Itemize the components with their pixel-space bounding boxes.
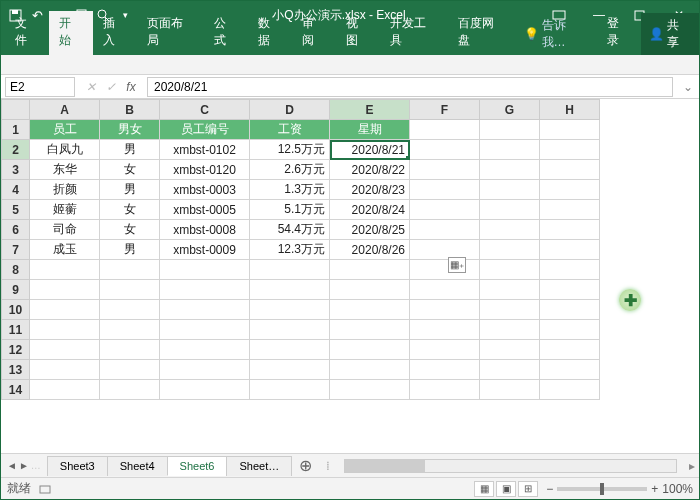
cell[interactable]: 2020/8/26 <box>330 240 410 260</box>
col-header[interactable]: C <box>160 100 250 120</box>
cell[interactable] <box>30 260 100 280</box>
cell[interactable]: 女 <box>100 220 160 240</box>
sheet-tab[interactable]: Sheet4 <box>107 456 168 476</box>
cell[interactable] <box>330 300 410 320</box>
tab-home[interactable]: 开始 <box>49 11 93 55</box>
cell[interactable]: xmbst-0008 <box>160 220 250 240</box>
cell[interactable] <box>100 320 160 340</box>
tab-view[interactable]: 视图 <box>336 11 380 55</box>
row-header[interactable]: 11 <box>2 320 30 340</box>
cell[interactable] <box>100 280 160 300</box>
zoom-in-icon[interactable]: + <box>651 482 658 496</box>
new-sheet-icon[interactable]: ⊕ <box>291 456 320 475</box>
cell[interactable] <box>480 220 540 240</box>
cell[interactable] <box>540 260 600 280</box>
cell[interactable] <box>160 280 250 300</box>
cell[interactable] <box>480 120 540 140</box>
cell[interactable]: xmbst-0003 <box>160 180 250 200</box>
cell[interactable]: 司命 <box>30 220 100 240</box>
cell[interactable] <box>250 260 330 280</box>
cell[interactable] <box>410 360 480 380</box>
cell[interactable] <box>480 140 540 160</box>
col-header[interactable]: G <box>480 100 540 120</box>
row-header[interactable]: 4 <box>2 180 30 200</box>
cell[interactable]: 2020/8/24 <box>330 200 410 220</box>
cell[interactable]: 女 <box>100 160 160 180</box>
row-header[interactable]: 2 <box>2 140 30 160</box>
cell[interactable] <box>480 360 540 380</box>
cell[interactable] <box>160 300 250 320</box>
select-all-corner[interactable] <box>2 100 30 120</box>
row-header[interactable]: 1 <box>2 120 30 140</box>
row-header[interactable]: 12 <box>2 340 30 360</box>
cell[interactable] <box>410 200 480 220</box>
cell[interactable]: xmbst-0009 <box>160 240 250 260</box>
cell[interactable] <box>540 140 600 160</box>
normal-view-icon[interactable]: ▦ <box>474 481 494 497</box>
cell[interactable]: 东华 <box>30 160 100 180</box>
cell[interactable] <box>250 380 330 400</box>
cell[interactable]: 2020/8/22 <box>330 160 410 180</box>
share-button[interactable]: 👤共享 <box>641 13 699 55</box>
sheet-tab[interactable]: Sheet6 <box>167 456 228 476</box>
cell[interactable] <box>480 240 540 260</box>
signin-link[interactable]: 登录 <box>597 11 641 55</box>
cell[interactable] <box>330 380 410 400</box>
row-header[interactable]: 6 <box>2 220 30 240</box>
header-cell[interactable]: 男女 <box>100 120 160 140</box>
cell[interactable] <box>480 260 540 280</box>
cell[interactable]: 男 <box>100 140 160 160</box>
cell[interactable]: 12.3万元 <box>250 240 330 260</box>
enter-icon[interactable]: ✓ <box>103 80 119 94</box>
cell[interactable]: 2020/8/25 <box>330 220 410 240</box>
cell[interactable] <box>250 320 330 340</box>
cell[interactable]: xmbst-0005 <box>160 200 250 220</box>
cell[interactable] <box>540 380 600 400</box>
cell[interactable] <box>30 300 100 320</box>
sheet-tab[interactable]: Sheet… <box>226 456 292 476</box>
cell[interactable] <box>540 360 600 380</box>
header-cell[interactable]: 员工 <box>30 120 100 140</box>
cell[interactable] <box>160 340 250 360</box>
cell[interactable] <box>410 300 480 320</box>
header-cell[interactable]: 员工编号 <box>160 120 250 140</box>
cell[interactable] <box>540 220 600 240</box>
tab-review[interactable]: 审阅 <box>292 11 336 55</box>
cell[interactable] <box>540 320 600 340</box>
tab-page-layout[interactable]: 页面布局 <box>137 11 205 55</box>
formula-expand-icon[interactable]: ⌄ <box>677 80 699 94</box>
macro-record-icon[interactable] <box>39 483 51 495</box>
col-header[interactable]: E <box>330 100 410 120</box>
cell[interactable] <box>30 380 100 400</box>
cell[interactable] <box>410 380 480 400</box>
cell[interactable] <box>330 320 410 340</box>
cell[interactable] <box>410 260 480 280</box>
cell[interactable]: 5.1万元 <box>250 200 330 220</box>
cell[interactable]: 2.6万元 <box>250 160 330 180</box>
header-cell[interactable]: 星期 <box>330 120 410 140</box>
cell[interactable] <box>480 280 540 300</box>
cell[interactable] <box>330 340 410 360</box>
cell[interactable]: 1.3万元 <box>250 180 330 200</box>
cell[interactable] <box>410 160 480 180</box>
cell[interactable] <box>100 380 160 400</box>
tab-data[interactable]: 数据 <box>248 11 292 55</box>
cell[interactable] <box>540 120 600 140</box>
cell[interactable] <box>250 300 330 320</box>
cell[interactable]: 男 <box>100 180 160 200</box>
horizontal-scrollbar[interactable] <box>344 459 677 473</box>
formula-input[interactable] <box>147 77 673 97</box>
col-header[interactable]: H <box>540 100 600 120</box>
cell[interactable] <box>480 380 540 400</box>
cell[interactable] <box>30 340 100 360</box>
cell[interactable]: 姬蘅 <box>30 200 100 220</box>
sheet-prev-icon[interactable]: ◄ <box>7 460 17 471</box>
cell[interactable]: 折颜 <box>30 180 100 200</box>
cell[interactable] <box>160 320 250 340</box>
cell[interactable]: xmbst-0102 <box>160 140 250 160</box>
cell[interactable] <box>160 380 250 400</box>
col-header[interactable]: A <box>30 100 100 120</box>
cell[interactable]: 成玉 <box>30 240 100 260</box>
zoom-slider[interactable] <box>557 487 647 491</box>
cell[interactable] <box>540 340 600 360</box>
